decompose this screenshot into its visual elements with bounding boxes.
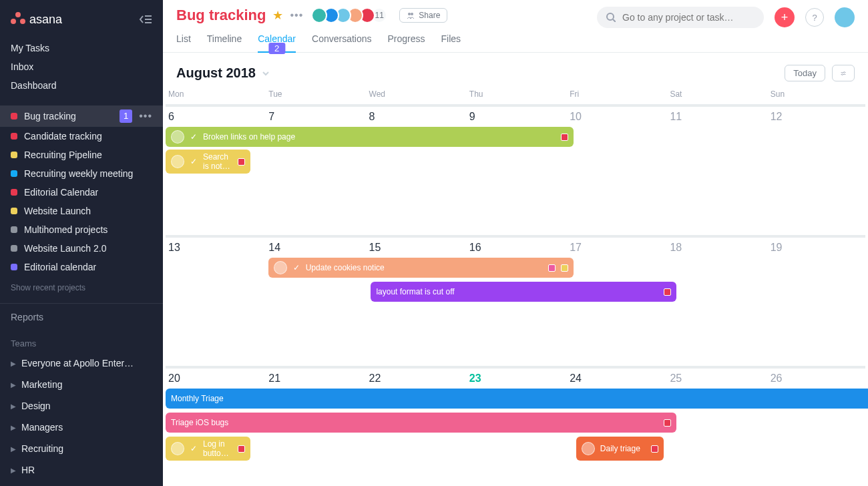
asana-logo[interactable]: asana: [11, 12, 62, 27]
calendar-cell[interactable]: 14: [266, 235, 363, 366]
sidebar-project-4[interactable]: Editorial Calendar: [0, 183, 163, 202]
check-icon: ✓: [190, 444, 198, 453]
calendar-cell[interactable]: 8: [367, 104, 464, 235]
caret-right-icon: ▶: [11, 381, 16, 389]
header: Bug tracking ★ ••• 11 Share + ? ListTime…: [163, 0, 868, 53]
project-name: Website Launch 2.0: [24, 243, 152, 254]
sidebar-project-3[interactable]: Recruiting weekly meeting: [0, 164, 163, 183]
day-number: 21: [266, 369, 363, 387]
day-number: 15: [367, 238, 464, 256]
share-label: Share: [419, 11, 440, 20]
reports-link[interactable]: Reports: [0, 303, 163, 330]
svg-point-4: [411, 13, 413, 15]
calendar-cell[interactable]: 12: [768, 104, 865, 235]
day-number: 23: [467, 369, 564, 387]
avatar[interactable]: [835, 7, 855, 27]
calendar-task[interactable]: ✓Broken links on help page: [166, 127, 574, 147]
calendar-grid: 6789101112✓Broken links on help page✓Sea…: [163, 104, 868, 486]
sidebar-project-2[interactable]: Recruiting Pipeline: [0, 146, 163, 164]
team-2[interactable]: ▶Design: [0, 395, 163, 417]
sidebar-project-1[interactable]: Candidate tracking: [0, 127, 163, 146]
nav-inbox[interactable]: Inbox: [0, 57, 163, 76]
sidebar-project-5[interactable]: Website Launch: [0, 202, 163, 220]
assignee-avatar: [171, 155, 184, 168]
calendar-cell[interactable]: 9: [467, 104, 564, 235]
check-icon: ✓: [190, 157, 198, 166]
collapse-sidebar-icon[interactable]: [139, 14, 152, 25]
sidebar-project-0[interactable]: Bug tracking 1 •••: [0, 105, 163, 127]
tabs: ListTimelineCalendar2ConversationsProgre…: [176, 31, 855, 52]
check-icon: ✓: [190, 132, 198, 142]
day-number: 10: [567, 107, 664, 126]
calendar-task[interactable]: Monthly Triage: [166, 389, 868, 409]
tab-progress[interactable]: Progress: [388, 31, 425, 52]
project-more-icon[interactable]: •••: [139, 110, 152, 122]
help-button[interactable]: ?: [805, 8, 824, 27]
caret-right-icon: ▶: [11, 360, 16, 367]
sidebar: asana My Tasks Inbox Dashboard Bug track…: [0, 0, 163, 486]
star-icon[interactable]: ★: [272, 8, 283, 23]
calendar-cell[interactable]: 19: [768, 235, 865, 366]
day-number: 7: [266, 107, 363, 126]
task-tag: [238, 445, 245, 453]
tab-list[interactable]: List: [176, 31, 191, 52]
day-number: 8: [367, 107, 464, 126]
add-button[interactable]: +: [775, 7, 795, 27]
calendar-task[interactable]: Daily triage: [576, 437, 664, 461]
task-tag: [651, 445, 658, 453]
team-4[interactable]: ▶Recruiting: [0, 438, 163, 459]
day-number: 12: [768, 107, 865, 126]
team-1[interactable]: ▶Marketing: [0, 374, 163, 395]
task-title: Triage iOS bugs: [171, 418, 658, 427]
calendar-cell[interactable]: 13: [166, 235, 263, 366]
nav-my-tasks[interactable]: My Tasks: [0, 39, 163, 57]
team-0[interactable]: ▶Everyone at Apollo Enter…: [0, 352, 163, 374]
task-tag: [664, 419, 671, 427]
sidebar-project-7[interactable]: Website Launch 2.0: [0, 239, 163, 258]
tab-conversations[interactable]: Conversations: [312, 31, 372, 52]
more-icon[interactable]: •••: [290, 9, 303, 21]
day-number: 17: [567, 238, 664, 256]
member-avatars[interactable]: 11: [315, 7, 387, 23]
show-recent-projects[interactable]: Show recent projects: [0, 276, 163, 299]
tab-files[interactable]: Files: [441, 31, 461, 52]
calendar-subheader: August 2018 Today: [163, 53, 868, 87]
search-input[interactable]: [622, 12, 754, 23]
calendar-task[interactable]: Triage iOS bugs: [166, 413, 676, 433]
month-label: August 2018: [176, 65, 256, 81]
sidebar-project-6[interactable]: Multihomed projects: [0, 220, 163, 239]
svg-point-8: [844, 71, 845, 73]
calendar-task[interactable]: ✓Update cookies notice: [268, 258, 574, 278]
team-3[interactable]: ▶Managers: [0, 417, 163, 438]
assignee-avatar: [171, 130, 184, 144]
tab-badge: 2: [268, 43, 285, 54]
team-name: HR: [21, 465, 35, 475]
today-button[interactable]: Today: [785, 65, 825, 81]
team-5[interactable]: ▶HR: [0, 459, 163, 481]
calendar-task[interactable]: ✓Log in button…: [166, 437, 250, 461]
month-picker[interactable]: August 2018: [176, 65, 270, 81]
calendar-cell[interactable]: 11: [667, 104, 765, 235]
caret-right-icon: ▶: [11, 403, 16, 410]
chevron-down-icon: [261, 69, 270, 78]
teams-label: Teams: [0, 330, 163, 352]
task-tag: [238, 158, 245, 166]
weekday-label: Fri: [567, 87, 664, 104]
calendar-cell[interactable]: 18: [667, 235, 765, 366]
calendar-task[interactable]: layout format is cut off: [371, 282, 676, 302]
filter-button[interactable]: [832, 65, 855, 81]
calendar-cell[interactable]: 7: [266, 104, 363, 235]
team-list: ▶Everyone at Apollo Enter…▶Marketing▶Des…: [0, 352, 163, 481]
nav-dashboard[interactable]: Dashboard: [0, 76, 163, 95]
calendar-cell[interactable]: 10: [567, 104, 664, 235]
search-box[interactable]: [597, 7, 764, 28]
share-button[interactable]: Share: [399, 8, 447, 23]
calendar-task[interactable]: ✓Search is not…: [166, 150, 250, 174]
tab-timeline[interactable]: Timeline: [207, 31, 242, 52]
tab-calendar[interactable]: Calendar2: [258, 31, 296, 52]
svg-point-5: [607, 13, 614, 20]
sidebar-project-8[interactable]: Editorial calendar: [0, 258, 163, 276]
calendar-cell[interactable]: 25: [667, 366, 765, 486]
caret-right-icon: ▶: [11, 467, 16, 474]
calendar-cell[interactable]: 26: [768, 366, 865, 486]
